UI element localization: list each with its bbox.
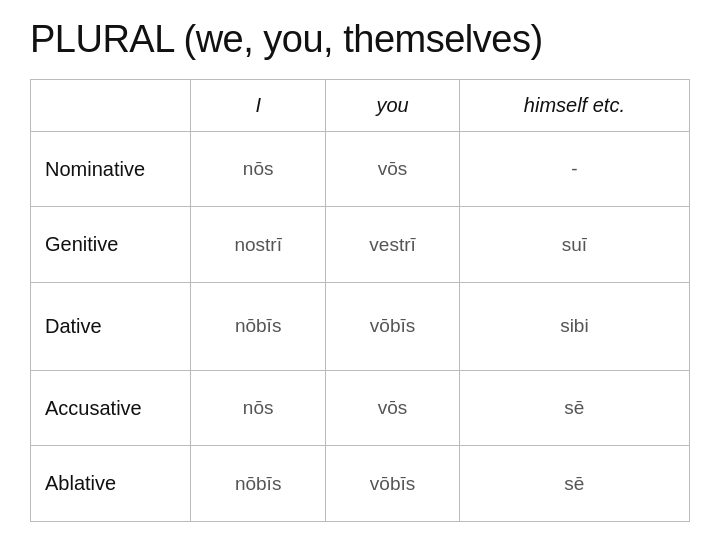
row-label-nominative: Nominative xyxy=(31,132,191,207)
cell-genitive-col1: nostrī xyxy=(191,207,326,282)
cell-accusative-col3: sē xyxy=(459,371,689,446)
table-row: Genitivenostrīvestrīsuī xyxy=(31,207,690,282)
cell-genitive-col2: vestrī xyxy=(326,207,459,282)
header-col1: I xyxy=(191,80,326,132)
header-col0 xyxy=(31,80,191,132)
table-row: Nominativenōsvōs- xyxy=(31,132,690,207)
header-col3: himself etc. xyxy=(459,80,689,132)
cell-dative-col3: sibi xyxy=(459,282,689,370)
row-label-dative: Dative xyxy=(31,282,191,370)
cell-nominative-col3: - xyxy=(459,132,689,207)
page: PLURAL (we, you, themselves) I you himse… xyxy=(0,0,720,540)
declension-table: I you himself etc. Nominativenōsvōs-Geni… xyxy=(30,79,690,522)
table-row: Accusativenōsvōssē xyxy=(31,371,690,446)
cell-genitive-col3: suī xyxy=(459,207,689,282)
cell-ablative-col2: vōbīs xyxy=(326,446,459,522)
cell-accusative-col1: nōs xyxy=(191,371,326,446)
page-title: PLURAL (we, you, themselves) xyxy=(30,18,690,61)
header-col2: you xyxy=(326,80,459,132)
table-row: Ablativenōbīsvōbīssē xyxy=(31,446,690,522)
table-row: Dativenōbīsvōbīssibi xyxy=(31,282,690,370)
cell-dative-col2: vōbīs xyxy=(326,282,459,370)
row-label-ablative: Ablative xyxy=(31,446,191,522)
cell-ablative-col3: sē xyxy=(459,446,689,522)
cell-accusative-col2: vōs xyxy=(326,371,459,446)
cell-dative-col1: nōbīs xyxy=(191,282,326,370)
row-label-accusative: Accusative xyxy=(31,371,191,446)
cell-ablative-col1: nōbīs xyxy=(191,446,326,522)
row-label-genitive: Genitive xyxy=(31,207,191,282)
cell-nominative-col1: nōs xyxy=(191,132,326,207)
header-row: I you himself etc. xyxy=(31,80,690,132)
cell-nominative-col2: vōs xyxy=(326,132,459,207)
